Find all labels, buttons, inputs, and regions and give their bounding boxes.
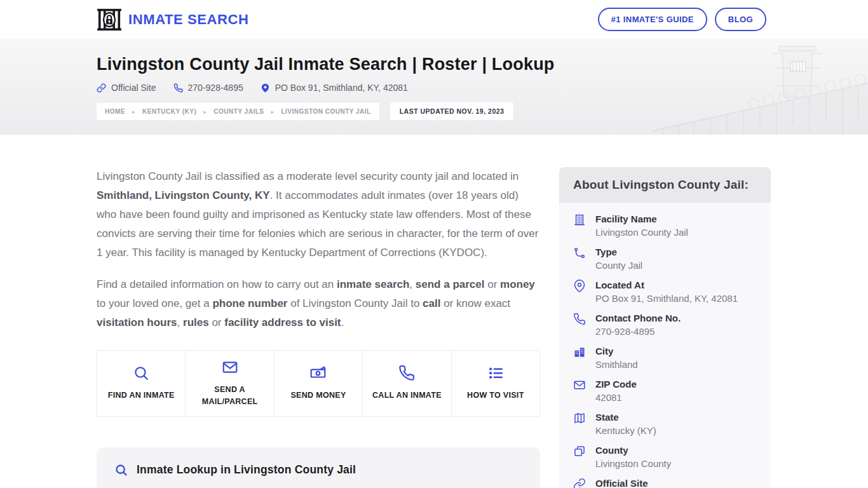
folded-map-icon	[573, 412, 586, 437]
article-column: Livingston County Jail is classified as …	[97, 167, 540, 488]
breadcrumb-current-page: LIVINGSTON COUNTY JAIL	[281, 108, 370, 115]
tile-label: CALL AN INMATE	[372, 390, 442, 402]
intro-paragraph: Livingston County Jail is classified as …	[97, 167, 540, 262]
brand-logo[interactable]: INMATE SEARCH	[97, 8, 249, 31]
breadcrumb: HOME KENTUCKY (KY) COUNTY JAILS LIVINGST…	[97, 103, 379, 120]
info-value: Livingston County	[595, 458, 671, 470]
facility-name-item: Facility Name Livingston County Jail	[573, 213, 757, 238]
map-pin-icon	[261, 83, 270, 93]
send-money-tile[interactable]: SEND MONEY	[274, 351, 362, 416]
info-label: Type	[595, 246, 642, 258]
send-mail-parcel-tile[interactable]: SEND A MAIL/PARCEL	[185, 351, 273, 416]
official-site-link[interactable]: Official Site	[97, 83, 156, 93]
guide-paragraph: Find a detailed information on how to ca…	[97, 275, 540, 332]
info-label: State	[595, 411, 656, 423]
info-label: ZIP Code	[595, 378, 637, 390]
main-content: Livingston County Jail is classified as …	[0, 135, 868, 488]
breadcrumb-separator-icon	[132, 108, 135, 115]
info-value: 270-928-4895	[595, 325, 681, 337]
phone-icon	[573, 313, 586, 337]
phone-number: 270-928-4895	[188, 83, 243, 93]
top-nav: #1 INMATE'S GUIDE BLOG	[598, 8, 766, 31]
page-title: Livingston County Jail Inmate Search | R…	[97, 39, 868, 74]
city-buildings-icon	[573, 346, 586, 370]
phone-icon	[398, 365, 415, 381]
tile-label: SEND A MAIL/PARCEL	[193, 384, 266, 409]
search-icon	[133, 365, 149, 381]
envelope-icon	[573, 379, 586, 403]
last-updated-badge: LAST UPDATED NOV. 19, 2023	[390, 102, 514, 120]
official-site-label: Official Site	[111, 83, 156, 93]
envelope-icon	[222, 359, 238, 376]
call-an-inmate-tile[interactable]: CALL AN INMATE	[362, 351, 451, 416]
inmates-guide-button[interactable]: #1 INMATE'S GUIDE	[598, 8, 707, 31]
info-value: County Jail	[595, 259, 642, 271]
quick-actions: FIND AN INMATE SEND A MAIL/PARCEL	[97, 350, 540, 417]
located-at-item: Located At PO Box 91, Smithland, KY, 420…	[573, 279, 757, 304]
brand-name: INMATE SEARCH	[128, 11, 249, 28]
info-label: City	[595, 345, 638, 357]
breadcrumb-home[interactable]: HOME	[105, 108, 125, 115]
hero-banner: Livingston County Jail Inmate Search | R…	[0, 39, 868, 135]
info-label: Contact Phone No.	[595, 312, 681, 324]
info-label: Located At	[595, 279, 738, 291]
banknote-icon	[310, 365, 327, 381]
phone-icon	[173, 83, 183, 93]
about-sidebar: About Livingston County Jail:	[559, 167, 771, 488]
sidebar-title: About Livingston County Jail:	[559, 167, 771, 203]
breadcrumb-kentucky[interactable]: KENTUCKY (KY)	[142, 108, 196, 115]
tile-label: FIND AN INMATE	[108, 390, 175, 402]
search-icon	[114, 463, 128, 477]
info-value: Kentucky (KY)	[595, 424, 656, 437]
find-an-inmate-tile[interactable]: FIND AN INMATE	[97, 351, 185, 416]
breadcrumb-separator-icon	[271, 108, 274, 115]
info-value: Livingston County Jail	[595, 226, 688, 238]
info-label: County	[595, 444, 671, 456]
lookup-section-title: Inmate Lookup in Livingston County Jail	[137, 463, 356, 477]
hero-meta-row: Official Site 270-928-4895 PO Box 91, Sm…	[97, 83, 868, 93]
breadcrumb-row: HOME KENTUCKY (KY) COUNTY JAILS LIVINGST…	[97, 102, 868, 120]
tile-label: SEND MONEY	[290, 390, 346, 402]
copy-squares-icon	[573, 445, 586, 470]
breadcrumb-county-jails[interactable]: COUNTY JAILS	[214, 108, 264, 115]
info-value: 42081	[595, 391, 637, 403]
jail-bars-padlock-icon	[97, 8, 122, 31]
city-item: City Smithland	[573, 345, 757, 370]
official-site-item: Official Site http://www.livingstonco.ky…	[573, 477, 757, 488]
building-icon	[573, 214, 586, 238]
sidebar-body: Facility Name Livingston County Jail Typ…	[559, 203, 771, 488]
info-value: PO Box 91, Smithland, KY, 42081	[595, 292, 738, 304]
route-icon	[573, 247, 586, 271]
state-item: State Kentucky (KY)	[573, 411, 757, 437]
top-bar: INMATE SEARCH #1 INMATE'S GUIDE BLOG	[0, 0, 868, 39]
link-icon	[97, 83, 106, 93]
link-icon	[573, 478, 586, 488]
address-item: PO Box 91, Smithland, KY, 42081	[261, 83, 408, 93]
type-item: Type County Jail	[573, 246, 757, 271]
tile-label: HOW TO VISIT	[467, 390, 524, 402]
info-value: Smithland	[595, 358, 638, 370]
phone-link[interactable]: 270-928-4895	[173, 83, 243, 93]
how-to-visit-tile[interactable]: HOW TO VISIT	[451, 351, 539, 416]
checklist-icon	[487, 365, 504, 381]
county-item: County Livingston County	[573, 444, 757, 470]
inmate-lookup-section: Inmate Lookup in Livingston County Jail	[97, 447, 540, 488]
address-text: PO Box 91, Smithland, KY, 42081	[275, 83, 408, 93]
contact-phone-item: Contact Phone No. 270-928-4895	[573, 312, 757, 337]
breadcrumb-separator-icon	[203, 108, 207, 115]
map-pin-icon	[573, 280, 586, 304]
zip-code-item: ZIP Code 42081	[573, 378, 757, 403]
info-label: Official Site	[595, 477, 736, 488]
info-label: Facility Name	[595, 213, 688, 225]
blog-button[interactable]: BLOG	[715, 8, 766, 31]
